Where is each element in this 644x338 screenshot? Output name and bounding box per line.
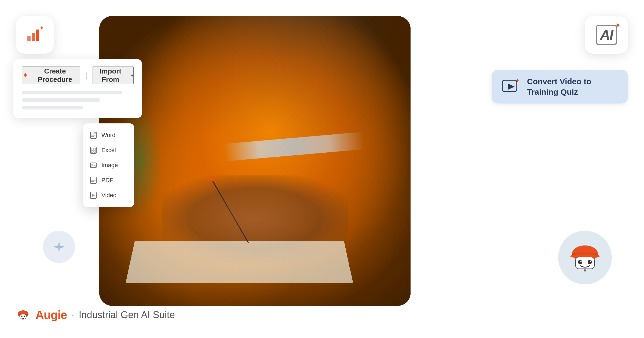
dropdown-arrow-icon: ▾: [131, 73, 133, 78]
svg-text:✦: ✦: [515, 78, 520, 83]
dropdown-item-pdf[interactable]: PDF: [83, 173, 134, 188]
chart-ai-icon: ✦: [25, 25, 45, 45]
word-label: Word: [101, 132, 115, 139]
dropdown-item-image[interactable]: Image: [83, 158, 134, 173]
content-line-3: [22, 106, 83, 109]
sparkles-decoration: [43, 231, 75, 263]
svg-point-33: [590, 261, 591, 262]
convert-video-label: Convert Video to Training Quiz: [527, 76, 618, 97]
import-from-button[interactable]: Import From ▾: [93, 67, 134, 84]
sparkle-icon: ✦: [23, 72, 28, 79]
augie-logo: Augie · Industrial Gen AI Suite: [16, 308, 175, 322]
import-from-label: Import From: [93, 67, 128, 84]
svg-point-38: [21, 316, 23, 317]
content-line-2: [22, 98, 100, 102]
card-toolbar: ✦ Create Procedure | Import From ▾: [22, 67, 134, 84]
import-dropdown-menu: W Word Excel: [83, 123, 134, 207]
convert-video-card[interactable]: ✦ Convert Video to Training Quiz: [492, 70, 628, 104]
svg-rect-2: [36, 30, 39, 41]
ai-text: AI ✦: [596, 25, 617, 45]
ai-badge-bubble: AI ✦: [585, 16, 628, 54]
content-lines: [22, 91, 134, 109]
augie-icon: [16, 308, 30, 322]
image-icon: [90, 161, 97, 169]
page-container: ✦ AI ✦ ✦ Create Procedure | Import From …: [0, 0, 644, 338]
create-procedure-label: Create Procedure: [31, 67, 79, 84]
dropdown-item-word[interactable]: W Word: [83, 128, 134, 143]
content-line-1: [22, 91, 122, 94]
convert-video-icon: ✦: [501, 77, 521, 96]
svg-point-31: [588, 260, 592, 264]
augie-subtitle-label: Industrial Gen AI Suite: [79, 309, 175, 321]
pdf-label: PDF: [101, 177, 113, 184]
svg-rect-11: [91, 148, 93, 150]
svg-rect-15: [90, 163, 96, 168]
svg-rect-12: [94, 148, 96, 150]
svg-text:W: W: [94, 132, 96, 134]
hero-image: [99, 16, 411, 306]
ai-sparkle-icon: ✦: [615, 21, 621, 30]
svg-point-30: [578, 260, 582, 264]
create-procedure-card: ✦ Create Procedure | Import From ▾: [13, 59, 142, 118]
toolbar-divider: |: [85, 71, 87, 80]
svg-rect-1: [32, 33, 35, 41]
svg-rect-14: [94, 150, 96, 152]
svg-rect-0: [27, 36, 31, 41]
excel-icon: [90, 146, 97, 154]
svg-text:✦: ✦: [39, 25, 44, 31]
pdf-icon: [90, 177, 97, 184]
svg-point-32: [580, 261, 582, 262]
augie-name-label: Augie: [35, 308, 67, 322]
svg-point-39: [24, 316, 25, 317]
video-icon: [90, 192, 97, 199]
robot-hardhat-bubble: [558, 231, 612, 284]
augie-tagline: Augie · Industrial Gen AI Suite: [35, 308, 175, 322]
svg-marker-22: [92, 194, 95, 197]
dropdown-item-video[interactable]: Video: [83, 188, 134, 203]
chart-bubble: ✦: [16, 16, 54, 54]
image-label: Image: [101, 162, 118, 169]
augie-separator: ·: [71, 308, 74, 322]
create-procedure-button[interactable]: ✦ Create Procedure: [22, 67, 80, 84]
svg-marker-24: [508, 83, 515, 90]
ai-label: AI: [596, 25, 617, 45]
video-label: Video: [101, 192, 116, 199]
dropdown-item-excel[interactable]: Excel: [83, 143, 134, 158]
word-icon: W: [90, 131, 97, 139]
svg-point-34: [584, 269, 586, 271]
svg-rect-13: [91, 150, 93, 152]
excel-label: Excel: [101, 147, 116, 154]
